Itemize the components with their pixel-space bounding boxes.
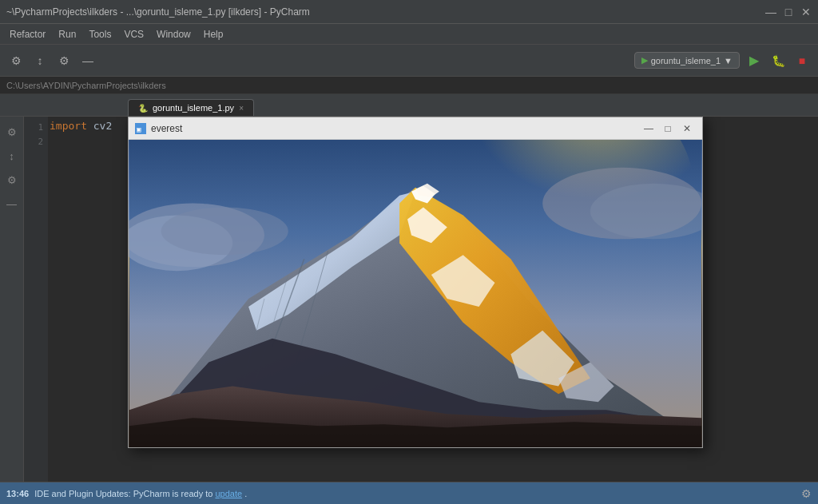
- path-bar: C:\Users\AYDIN\PycharmProjects\ilkders: [0, 77, 818, 94]
- settings-icon[interactable]: ⚙: [6, 51, 26, 70]
- window-title: ~\PycharmProjects\ilkders - ...\goruntu_…: [6, 6, 310, 18]
- import-keyword: import: [50, 120, 87, 132]
- main-area: ⚙ ↕ ⚙ — 1 2 import cv2 ▣: [0, 117, 818, 482]
- toolbar-left: ⚙ ↕ ⚙ —: [6, 51, 97, 70]
- status-bar: 13:46 IDE and Plugin Updates: PyCharm is…: [0, 482, 818, 504]
- opencv-window: ▣ everest — □ ✕: [128, 117, 703, 448]
- python-file-icon: 🐍: [138, 104, 148, 113]
- cv-close-button[interactable]: ✕: [678, 121, 696, 136]
- title-bar: ~\PycharmProjects\ilkders - ...\goruntu_…: [0, 0, 818, 24]
- project-path: C:\Users\AYDIN\PycharmProjects\ilkders: [6, 81, 166, 90]
- line-number-2: 2: [24, 134, 48, 149]
- cv-maximize-button[interactable]: □: [659, 121, 677, 136]
- editor-area[interactable]: 1 2 import cv2 ▣ everest: [24, 117, 818, 482]
- sidebar-icon-3[interactable]: ⚙: [3, 171, 21, 189]
- sidebar-icon-1[interactable]: ⚙: [3, 123, 21, 141]
- code-line-1: import cv2: [50, 120, 112, 132]
- menu-run[interactable]: Run: [52, 26, 82, 42]
- left-sidebar: ⚙ ↕ ⚙ —: [0, 117, 24, 482]
- cv-window-icon: ▣: [135, 123, 146, 134]
- line-number-1: 1: [24, 120, 48, 134]
- run-configuration[interactable]: ▶ goruntu_isleme_1 ▼: [634, 52, 740, 69]
- menu-vcs[interactable]: VCS: [117, 26, 150, 42]
- code-content: import cv2: [50, 120, 112, 132]
- stop-button[interactable]: ■: [792, 51, 812, 70]
- toolbar: ⚙ ↕ ⚙ — ▶ goruntu_isleme_1 ▼ ▶ 🐛 ■: [0, 45, 818, 77]
- minimize-button[interactable]: —: [765, 6, 776, 18]
- run-config-label: goruntu_isleme_1: [651, 56, 721, 65]
- module-name: cv2: [93, 120, 112, 132]
- status-time: 13:46: [6, 489, 29, 498]
- menu-tools[interactable]: Tools: [82, 26, 117, 42]
- sync-icon[interactable]: ↕: [30, 51, 50, 70]
- cv-titlebar: ▣ everest — □ ✕: [129, 117, 702, 140]
- menu-help[interactable]: Help: [197, 26, 230, 42]
- maximize-button[interactable]: □: [783, 6, 794, 18]
- cv-image: [129, 140, 702, 447]
- cv-window-title: everest: [151, 123, 182, 134]
- run-config-icon: ▶: [641, 55, 648, 65]
- menu-window[interactable]: Window: [150, 26, 197, 42]
- status-right: ⚙: [801, 487, 812, 500]
- cv-title-left: ▣ everest: [135, 123, 182, 134]
- run-config-arrow: ▼: [724, 56, 733, 65]
- settings-icon[interactable]: ⚙: [801, 487, 812, 500]
- line-numbers: 1 2: [24, 117, 48, 482]
- tab-bar: 🐍 goruntu_isleme_1.py ×: [0, 94, 818, 117]
- tab-close-button[interactable]: ×: [239, 104, 244, 113]
- status-text: IDE and Plugin Updates: PyCharm is ready…: [34, 489, 212, 498]
- sidebar-icon-4[interactable]: —: [3, 195, 21, 212]
- toolbar-right: ▶ goruntu_isleme_1 ▼ ▶ 🐛 ■: [634, 51, 812, 70]
- config-icon[interactable]: ⚙: [54, 51, 73, 70]
- sidebar-icon-2[interactable]: ↕: [3, 147, 21, 165]
- tab-filename: goruntu_isleme_1.py: [153, 103, 234, 113]
- svg-point-6: [161, 208, 288, 256]
- debug-button[interactable]: 🐛: [768, 51, 788, 70]
- collapse-icon[interactable]: —: [78, 51, 97, 70]
- update-link[interactable]: update: [215, 489, 242, 498]
- mountain-svg: [129, 140, 702, 447]
- run-button[interactable]: ▶: [745, 51, 764, 70]
- status-end: .: [244, 489, 247, 498]
- menu-bar: Refactor Run Tools VCS Window Help: [0, 24, 818, 45]
- cv-minimize-button[interactable]: —: [640, 121, 657, 136]
- menu-refactor[interactable]: Refactor: [3, 26, 52, 42]
- status-message: 13:46 IDE and Plugin Updates: PyCharm is…: [6, 489, 795, 498]
- svg-text:▣: ▣: [137, 125, 141, 133]
- cv-window-controls: — □ ✕: [640, 121, 696, 136]
- file-tab[interactable]: 🐍 goruntu_isleme_1.py ×: [128, 99, 254, 116]
- close-button[interactable]: ✕: [800, 6, 812, 18]
- window-controls: — □ ✕: [765, 6, 812, 18]
